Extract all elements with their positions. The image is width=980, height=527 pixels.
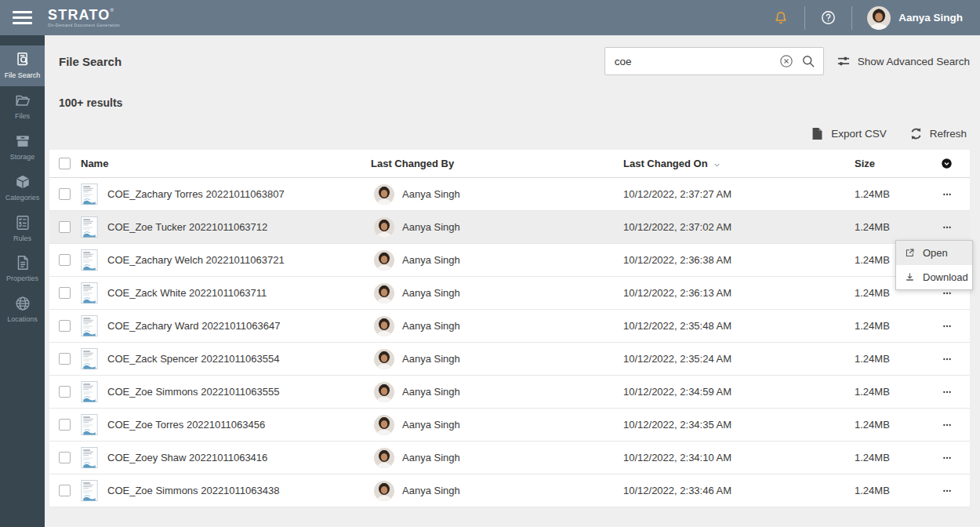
clear-search-icon[interactable] [779,53,794,69]
table-row[interactable]: COE_Zoe Simmons 20221011063438 Aanya Sin… [49,474,970,507]
help-button[interactable] [804,6,851,30]
row-checkbox[interactable] [59,353,71,365]
download-icon [904,271,916,283]
row-check-cell [49,320,81,332]
hamburger-menu-button[interactable] [0,0,45,35]
row-more-button[interactable] [924,320,970,333]
row-checkbox[interactable] [59,188,71,200]
changed-by-cell: Aanya Singh [371,316,623,336]
table-row[interactable]: COE_Zack Spencer 20221011063554 Aanya Si… [49,343,970,376]
column-label-changed-by: Last Changed By [371,158,454,169]
row-more-button[interactable] [924,419,970,431]
column-header-size[interactable]: Size [855,158,924,169]
show-advanced-search-button[interactable]: Show Advanced Search [836,53,970,69]
row-checkbox[interactable] [59,419,71,431]
sidebar-item-storage[interactable]: Storage [0,127,45,168]
select-all-checkbox[interactable] [59,158,71,169]
row-checkbox[interactable] [59,287,71,299]
table-row[interactable]: COE_Zoe Torres 20221011063456 Aanya Sing… [49,409,970,442]
changed-by-cell: Aanya Singh [371,382,623,402]
ellipsis-icon [941,485,953,497]
logo-text: STRATO [48,7,111,23]
document-preview-icon [81,216,98,238]
file-name[interactable]: COE_Zack Spencer 20221011063554 [107,353,279,365]
column-options-button[interactable] [924,158,970,169]
sliders-icon [836,53,851,69]
column-header-name[interactable]: Name [81,158,371,169]
hamburger-icon [13,11,32,13]
file-name[interactable]: COE_Zoe Torres 20221011063456 [107,419,265,431]
row-more-button[interactable] [924,353,970,365]
categories-icon [14,173,31,191]
row-checkbox[interactable] [59,485,71,496]
sidebar-item-categories[interactable]: Categories [0,168,45,209]
changed-by-avatar [374,217,394,238]
chevron-down-icon [712,160,722,170]
row-checkbox[interactable] [59,221,71,233]
sidebar-item-label: Locations [7,316,38,324]
row-check-cell [49,254,81,266]
table-row[interactable]: COE_Zachary Torres 20221011063807 Aanya … [49,178,970,211]
row-more-button[interactable] [924,221,970,234]
select-all-cell [49,158,81,169]
menu-item-open[interactable]: Open [896,241,972,265]
row-checkbox[interactable] [59,452,71,463]
sidebar-item-properties[interactable]: Properties [0,249,45,289]
row-checkbox[interactable] [59,254,71,266]
row-more-button[interactable] [924,485,970,497]
table-row[interactable]: COE_Zachary Ward 20221011063647 Aanya Si… [49,310,970,343]
search-icon[interactable] [800,53,816,69]
row-checkbox[interactable] [59,386,71,398]
row-more-button[interactable] [924,452,970,464]
file-name[interactable]: COE_Zachary Torres 20221011063807 [107,188,285,200]
row-checkbox[interactable] [59,320,71,332]
changed-by-name: Aanya Singh [402,320,460,332]
file-name[interactable]: COE_Zoe Simmons 20221011063555 [107,386,279,398]
changed-by-name: Aanya Singh [402,485,460,496]
table-row[interactable]: COE_Zoe Simmons 20221011063555 Aanya Sin… [49,376,970,409]
file-name[interactable]: COE_Zoey Shaw 20221011063416 [107,452,267,463]
table-row[interactable]: COE_Zachary Welch 20221011063721 Aanya S… [49,244,970,277]
export-csv-button[interactable]: Export CSV [810,126,887,141]
properties-icon [14,254,31,271]
name-cell: COE_Zachary Ward 20221011063647 [81,315,371,336]
user-menu[interactable]: Aanya Singh [851,6,980,30]
changed-by-avatar [374,349,394,369]
file-name[interactable]: COE_Zoe Simmons 20221011063438 [107,485,279,496]
changed-on-date: 10/12/2022, 2:36:13 AM [623,287,855,299]
topbar: STRATO® On-Demand Document Generation Aa… [0,0,980,35]
file-name[interactable]: COE_Zoe Tucker 20221011063712 [107,221,267,233]
row-check-cell [49,221,81,233]
file-name[interactable]: COE_Zachary Ward 20221011063647 [107,320,280,332]
file-name[interactable]: COE_Zack White 20221011063711 [107,287,267,299]
ellipsis-icon [941,353,953,365]
column-header-changed-by[interactable]: Last Changed By [371,158,623,169]
notifications-button[interactable] [757,6,804,30]
document-preview-icon [81,315,98,336]
refresh-button[interactable]: Refresh [909,126,967,141]
table-row[interactable]: COE_Zack White 20221011063711 Aanya Sing… [49,277,970,310]
table-row[interactable]: COE_Zoe Tucker 20221011063712 Aanya Sing… [49,211,970,244]
changed-by-cell: Aanya Singh [371,481,623,501]
row-more-button[interactable] [924,188,970,201]
changed-by-name: Aanya Singh [402,287,460,299]
row-more-button[interactable] [924,386,970,398]
column-header-changed-on[interactable]: Last Changed On [623,158,855,170]
hamburger-icon [13,22,32,24]
row-context-menu: Open Download [895,240,973,290]
table-row[interactable]: COE_Zoey Shaw 20221011063416 Aanya Singh… [49,442,970,474]
open-icon [904,247,916,259]
menu-item-download[interactable]: Download [896,265,972,289]
sidebar-item-rules[interactable]: Rules [0,209,45,249]
file-name[interactable]: COE_Zachary Welch 20221011063721 [107,254,285,266]
changed-on-date: 10/12/2022, 2:37:02 AM [623,221,855,233]
sidebar-item-locations[interactable]: Locations [0,289,45,330]
row-check-cell [49,485,81,496]
changed-by-avatar [374,382,394,402]
file-size: 1.24MB [855,221,924,233]
row-check-cell [49,353,81,365]
sidebar-item-file-search[interactable]: File Search [0,45,45,86]
results-table: Name Last Changed By Last Changed On Siz… [49,150,970,507]
sidebar-item-files[interactable]: Files [0,86,45,127]
sidebar-item-label: Files [15,113,30,121]
